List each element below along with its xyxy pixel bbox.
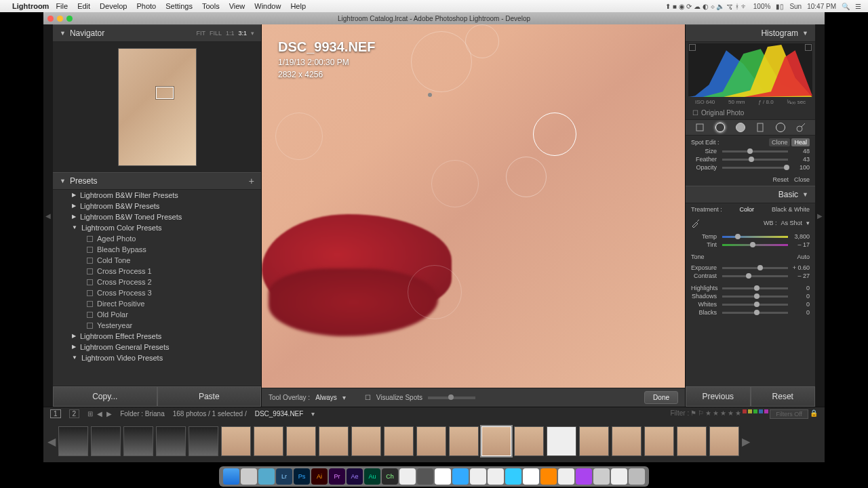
preset-group[interactable]: ▶Lightroom B&W Toned Presets [53, 211, 261, 222]
graduated-filter-icon[interactable] [754, 121, 766, 134]
star-filter[interactable]: ★ [735, 409, 741, 419]
navigator-body[interactable] [53, 42, 261, 172]
grid-icon[interactable]: ⊞ [87, 410, 93, 418]
add-preset-icon[interactable]: + [249, 176, 254, 186]
temp-slider[interactable]: Temp3,800 [691, 233, 810, 240]
zoom-fill[interactable]: FILL [210, 30, 222, 37]
whites-slider[interactable]: Whites0 [691, 301, 810, 308]
basic-header[interactable]: Basic ▼ [686, 186, 815, 203]
filmstrip-thumb[interactable] [254, 426, 283, 456]
menu-help[interactable]: Help [290, 2, 306, 10]
filmstrip-thumb[interactable] [189, 426, 218, 456]
preset-item[interactable]: Yesteryear [53, 320, 261, 331]
checkbox-icon[interactable]: ☐ [692, 109, 698, 117]
lightroom-icon[interactable]: Lr [276, 468, 292, 485]
exposure-slider[interactable]: Exposure+ 0.60 [691, 264, 810, 271]
tool-overlay-value[interactable]: Always [315, 394, 337, 401]
filmstrip-thumb[interactable] [351, 426, 381, 456]
dock-app-icon[interactable] [470, 468, 486, 485]
presets-header[interactable]: ▼ Presets + [53, 172, 261, 190]
audition-icon[interactable]: Au [364, 468, 380, 485]
app-menu[interactable]: Lightroom [12, 2, 49, 10]
navigator-header[interactable]: ▼ Navigator FIT FILL 1:1 3:1 ▾ [53, 24, 261, 42]
premiere-icon[interactable]: Pr [329, 468, 345, 485]
spot-correction[interactable] [506, 157, 547, 197]
dock-app-icon[interactable] [593, 468, 610, 485]
histogram-header[interactable]: Histogram ▼ [686, 24, 815, 42]
dropdown-icon[interactable]: ▾ [806, 220, 810, 226]
disclosure-icon[interactable]: ▼ [802, 191, 808, 198]
spot-correction[interactable] [411, 31, 472, 92]
filmstrip-thumb[interactable] [156, 426, 186, 456]
reset-button[interactable]: Reset [751, 386, 816, 407]
dock-app-icon[interactable] [558, 468, 574, 485]
folder-label[interactable]: Folder : Briana [120, 410, 165, 418]
clone-toggle[interactable]: Clone [769, 138, 791, 146]
preset-item[interactable]: Bleach Bypass [53, 244, 261, 255]
filmstrip-scroll-right[interactable]: ▶ [742, 435, 750, 448]
filmstrip-thumb[interactable] [449, 426, 479, 456]
menu-view[interactable]: View [229, 2, 245, 10]
menu-tools[interactable]: Tools [202, 2, 220, 10]
itunes-icon[interactable] [435, 468, 451, 485]
star-filter[interactable]: ★ [728, 409, 734, 419]
filmstrip-thumb[interactable] [384, 426, 414, 456]
preset-group[interactable]: ▶Lightroom General Presets [53, 342, 261, 352]
menu-icon[interactable]: ☰ [855, 3, 861, 10]
filmstrip-thumb[interactable] [286, 426, 316, 456]
blacks-slider[interactable]: Blacks0 [691, 309, 810, 316]
star-filter[interactable]: ★ [720, 409, 726, 419]
spot-correction[interactable] [465, 24, 499, 58]
dock-app-icon[interactable] [417, 468, 433, 485]
zoom-menu-icon[interactable]: ▾ [251, 30, 254, 37]
paste-button[interactable]: Paste [157, 386, 262, 407]
filmstrip-thumb[interactable] [677, 426, 707, 456]
visualize-threshold-slider[interactable] [428, 396, 475, 399]
main-image-view[interactable]: DSC_9934.NEF 1/19/13 2:00:30 PM 2832 x 4… [262, 24, 685, 388]
filmstrip-thumb[interactable] [319, 426, 349, 456]
current-filename[interactable]: DSC_9934.NEF [255, 410, 304, 418]
menu-develop[interactable]: Develop [100, 2, 127, 10]
dropdown-icon[interactable]: ▾ [311, 410, 315, 418]
spot-reset-button[interactable]: Reset [772, 176, 789, 183]
preset-group[interactable]: ▶Lightroom Effect Presets [53, 331, 261, 342]
filmstrip-thumb[interactable] [579, 426, 609, 456]
disclosure-icon[interactable]: ▼ [60, 30, 66, 37]
filmstrip-thumb[interactable] [123, 426, 153, 456]
filter-lock-icon[interactable]: 🔒 [810, 409, 818, 419]
star-filter[interactable]: ★ [705, 409, 711, 419]
preset-group[interactable]: ▼Lightroom Color Presets [53, 222, 261, 233]
menu-settings[interactable]: Settings [165, 2, 193, 10]
wb-dropper-icon[interactable] [691, 218, 701, 228]
filmstrip-thumb-selected[interactable] [481, 426, 511, 456]
spot-pin-icon[interactable] [428, 93, 432, 97]
size-slider[interactable]: Size48 [691, 148, 810, 155]
done-button[interactable]: Done [644, 391, 678, 404]
left-panel-toggle[interactable]: ◀ [43, 24, 53, 407]
preset-item[interactable]: Aged Photo [53, 233, 261, 244]
spot-active[interactable] [533, 113, 576, 156]
menu-edit[interactable]: Edit [77, 2, 90, 10]
trash-icon[interactable] [629, 468, 645, 485]
spot-correction[interactable] [431, 160, 479, 207]
zoom-3to1[interactable]: 3:1 [238, 30, 247, 37]
dock-app-icon[interactable] [611, 468, 627, 485]
contrast-slider[interactable]: Contrast– 27 [691, 272, 810, 279]
preset-item[interactable]: Old Polar [53, 309, 261, 320]
blender-icon[interactable] [540, 468, 557, 485]
minimize-icon[interactable] [57, 16, 63, 22]
filmstrip-thumb[interactable] [644, 426, 674, 456]
tint-slider[interactable]: Tint– 17 [691, 241, 810, 248]
radial-filter-icon[interactable] [774, 121, 787, 134]
menu-photo[interactable]: Photo [136, 2, 156, 10]
preset-group[interactable]: ▼Lightroom Video Presets [53, 352, 261, 363]
wb-value[interactable]: As Shot [781, 220, 802, 226]
histogram-chart[interactable] [688, 43, 812, 96]
disclosure-icon[interactable]: ▼ [60, 178, 66, 184]
second-window-icon[interactable]: 2 [69, 409, 80, 418]
character-icon[interactable]: Ch [382, 468, 398, 485]
preset-group[interactable]: ▶Lightroom B&W Filter Presets [53, 190, 261, 201]
illustrator-icon[interactable]: Ai [311, 468, 328, 485]
status-icons[interactable]: ⬆ ■ ◉ ⟳ ☁ ◐ ⟐ 🔈 ⦪ ᚼ ᯤ [665, 3, 748, 10]
zoom-fit[interactable]: FIT [196, 30, 205, 37]
